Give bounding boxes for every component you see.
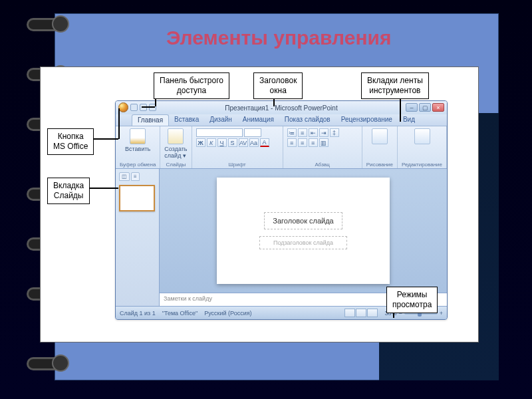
qat-save-icon[interactable]: [130, 104, 138, 111]
font-color-button[interactable]: A: [260, 138, 269, 147]
case-button[interactable]: Aa: [249, 138, 259, 147]
callout-view-modes: Режимыпросмотра: [386, 287, 438, 313]
indent-inc-button[interactable]: ⇥: [319, 128, 329, 137]
slide-canvas[interactable]: Заголовок слайда Подзаголовок слайда: [160, 169, 447, 293]
new-slide-label: Создатьслайд ▾: [164, 146, 187, 159]
thumb-tabs[interactable]: ◫ ≡: [119, 172, 156, 181]
qat-undo-icon[interactable]: [140, 104, 147, 111]
ribbon-group-drawing: Рисование: [362, 126, 398, 168]
strike-button[interactable]: S: [228, 138, 237, 147]
quick-access-toolbar[interactable]: [118, 102, 156, 112]
view-mode-buttons[interactable]: [344, 309, 378, 317]
status-slide-count: Слайд 1 из 1: [120, 310, 156, 317]
group-label: Абзац: [287, 162, 358, 168]
lead-qat: [142, 106, 155, 108]
group-label: Редактирование: [402, 162, 442, 168]
slideshow-view-button[interactable]: [367, 309, 378, 317]
columns-button[interactable]: ▥: [319, 138, 329, 147]
page-title: Элементы управления: [166, 27, 391, 49]
align-right-button[interactable]: ≡: [309, 138, 318, 147]
maximize-button[interactable]: ▢: [419, 103, 431, 112]
workspace: ◫ ≡ Заголовок слайда Подзаголовок слайда…: [116, 169, 447, 306]
tab-view[interactable]: Вид: [398, 114, 420, 126]
shapes-icon: [372, 128, 388, 144]
align-center-button[interactable]: ≡: [298, 138, 307, 147]
shadow-button[interactable]: AV: [239, 138, 248, 147]
thumb-tab-slides[interactable]: ◫: [119, 172, 130, 181]
slide-thumbnail-1[interactable]: [119, 185, 155, 211]
close-button[interactable]: ×: [432, 103, 444, 112]
group-label: Шрифт: [196, 162, 279, 168]
slides-panel: ◫ ≡: [116, 169, 160, 306]
ribbon-group-font: Ж К Ч S AV Aa A Шрифт: [192, 126, 283, 168]
new-slide-icon: [168, 128, 184, 144]
thumb-tab-outline[interactable]: ≡: [131, 172, 140, 181]
title-bar: Презентация1 - Microsoft PowerPoint – ▢ …: [116, 101, 447, 114]
ribbon-group-paragraph: ≔ ≡ ⇤ ⇥ ‡ ≡ ≡ ≡ ▥ Абзац: [283, 126, 362, 168]
font-family-select[interactable]: [196, 128, 243, 137]
title-placeholder[interactable]: Заголовок слайда: [264, 212, 342, 229]
zoom-in-icon[interactable]: +: [440, 310, 443, 317]
tab-insert[interactable]: Вставка: [169, 114, 204, 126]
group-label: Слайды: [164, 162, 187, 168]
tab-review[interactable]: Рецензирование: [336, 114, 398, 126]
tab-home[interactable]: Главная: [132, 114, 169, 126]
ribbon: Вставить Буфер обмена Создатьслайд ▾ Сла…: [116, 126, 447, 169]
line-spacing-button[interactable]: ‡: [330, 128, 339, 137]
subtitle-placeholder[interactable]: Подзаголовок слайда: [259, 236, 347, 249]
ribbon-group-editing: Редактирование: [398, 126, 447, 168]
ribbon-tabs: Главная Вставка Дизайн Анимация Показ сл…: [116, 114, 447, 126]
tab-slideshow[interactable]: Показ слайдов: [279, 114, 336, 126]
new-slide-button[interactable]: Создатьслайд ▾: [164, 128, 187, 159]
window-title-text: Презентация1 - Microsoft PowerPoint: [225, 104, 337, 112]
callout-slides-tab: ВкладкаСлайды: [47, 178, 90, 204]
italic-button[interactable]: К: [207, 138, 216, 147]
lead-ribbontabs: [400, 95, 401, 122]
paste-label: Вставить: [125, 146, 150, 152]
tab-animation[interactable]: Анимация: [237, 114, 279, 126]
callout-qat: Панель быстрогодоступа: [154, 72, 229, 99]
annotated-screenshot: Панель быстрогодоступа Заголовококна Вкл…: [40, 66, 479, 342]
bullets-button[interactable]: ≔: [287, 128, 297, 137]
callout-ribbon-tabs: Вкладки лентыинструментов: [361, 72, 429, 99]
underline-button[interactable]: Ч: [217, 138, 227, 147]
callout-office-button: КнопкаMS Office: [47, 128, 94, 155]
align-left-button[interactable]: ≡: [287, 138, 297, 147]
lead-slides: [88, 188, 118, 189]
drawing-button[interactable]: [366, 128, 393, 144]
clipboard-icon: [130, 128, 146, 144]
tab-design[interactable]: Дизайн: [204, 114, 237, 126]
sorter-view-button[interactable]: [356, 309, 366, 317]
ribbon-group-clipboard: Вставить Буфер обмена: [116, 126, 160, 168]
group-label: Буфер обмена: [120, 162, 156, 168]
paste-button[interactable]: Вставить: [120, 128, 156, 152]
callout-window-title: Заголовококна: [253, 72, 303, 99]
status-language: Русский (Россия): [204, 310, 251, 317]
lead-office: [118, 108, 120, 139]
find-icon: [414, 128, 430, 144]
group-label: Рисование: [366, 162, 393, 168]
status-theme: "Тема Office": [162, 310, 198, 317]
normal-view-button[interactable]: [344, 309, 355, 317]
editing-button[interactable]: [402, 128, 442, 144]
ribbon-group-slides: Создатьслайд ▾ Слайды: [160, 126, 192, 168]
slide: Заголовок слайда Подзаголовок слайда: [217, 178, 390, 284]
office-button[interactable]: [118, 102, 128, 112]
minimize-button[interactable]: –: [406, 103, 418, 112]
font-size-select[interactable]: [244, 128, 261, 137]
bold-button[interactable]: Ж: [196, 138, 205, 147]
edit-area: Заголовок слайда Подзаголовок слайда Зам…: [160, 169, 447, 306]
indent-dec-button[interactable]: ⇤: [309, 128, 318, 137]
numbering-button[interactable]: ≡: [298, 128, 307, 137]
